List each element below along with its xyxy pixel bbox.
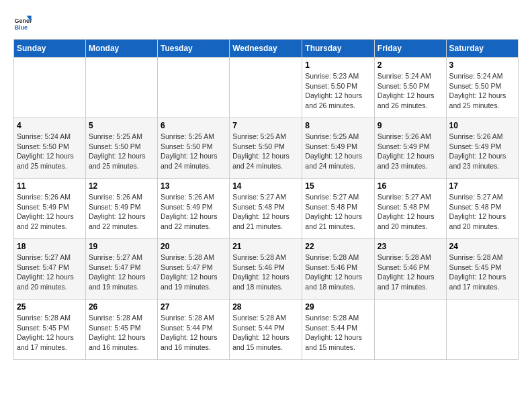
- weekday-header-friday: Friday: [374, 40, 446, 58]
- day-info: Sunrise: 5:26 AM Sunset: 5:49 PM Dayligh…: [449, 132, 515, 171]
- calendar-cell: [157, 58, 229, 118]
- day-number: 9: [378, 121, 443, 130]
- weekday-header-thursday: Thursday: [302, 40, 375, 58]
- day-number: 17: [449, 181, 515, 191]
- day-info: Sunrise: 5:25 AM Sunset: 5:50 PM Dayligh…: [232, 132, 299, 171]
- day-number: 27: [161, 302, 226, 312]
- calendar-cell: 23Sunrise: 5:28 AM Sunset: 5:46 PM Dayli…: [374, 239, 446, 300]
- calendar-cell: 17Sunrise: 5:27 AM Sunset: 5:48 PM Dayli…: [446, 179, 518, 239]
- day-number: 19: [89, 242, 154, 251]
- day-info: Sunrise: 5:24 AM Sunset: 5:50 PM Dayligh…: [17, 132, 83, 171]
- svg-text:Blue: Blue: [14, 24, 28, 31]
- calendar-week-1: 1Sunrise: 5:23 AM Sunset: 5:50 PM Daylig…: [14, 58, 519, 118]
- logo-icon: General Blue: [13, 13, 32, 32]
- calendar-cell: 4Sunrise: 5:24 AM Sunset: 5:50 PM Daylig…: [14, 118, 86, 179]
- day-number: 23: [378, 242, 443, 251]
- day-number: 13: [161, 181, 226, 191]
- day-info: Sunrise: 5:28 AM Sunset: 5:47 PM Dayligh…: [161, 253, 226, 292]
- day-number: 25: [17, 302, 83, 312]
- calendar-cell: 7Sunrise: 5:25 AM Sunset: 5:50 PM Daylig…: [230, 118, 302, 179]
- calendar-week-4: 18Sunrise: 5:27 AM Sunset: 5:47 PM Dayli…: [14, 239, 519, 300]
- day-info: Sunrise: 5:25 AM Sunset: 5:50 PM Dayligh…: [161, 132, 226, 171]
- weekday-header-saturday: Saturday: [446, 40, 518, 58]
- day-info: Sunrise: 5:28 AM Sunset: 5:45 PM Dayligh…: [449, 253, 515, 292]
- day-info: Sunrise: 5:27 AM Sunset: 5:48 PM Dayligh…: [449, 192, 515, 232]
- day-number: 7: [232, 121, 299, 130]
- page-header: General Blue: [13, 13, 519, 32]
- day-number: 20: [161, 242, 226, 251]
- day-number: 14: [232, 181, 299, 191]
- day-number: 10: [449, 121, 515, 130]
- calendar-cell: 2Sunrise: 5:24 AM Sunset: 5:50 PM Daylig…: [374, 58, 446, 118]
- calendar-cell: [374, 300, 446, 360]
- calendar-cell: 27Sunrise: 5:28 AM Sunset: 5:44 PM Dayli…: [157, 300, 229, 360]
- day-number: 28: [232, 302, 299, 312]
- calendar-cell: 6Sunrise: 5:25 AM Sunset: 5:50 PM Daylig…: [157, 118, 229, 179]
- day-number: 11: [17, 181, 83, 191]
- calendar-cell: 9Sunrise: 5:26 AM Sunset: 5:49 PM Daylig…: [374, 118, 446, 179]
- calendar-cell: 1Sunrise: 5:23 AM Sunset: 5:50 PM Daylig…: [302, 58, 375, 118]
- day-info: Sunrise: 5:26 AM Sunset: 5:49 PM Dayligh…: [161, 192, 226, 232]
- day-number: 1: [305, 60, 371, 70]
- day-info: Sunrise: 5:25 AM Sunset: 5:50 PM Dayligh…: [89, 132, 154, 171]
- day-info: Sunrise: 5:28 AM Sunset: 5:44 PM Dayligh…: [305, 313, 371, 353]
- calendar-cell: 21Sunrise: 5:28 AM Sunset: 5:46 PM Dayli…: [230, 239, 302, 300]
- day-info: Sunrise: 5:28 AM Sunset: 5:44 PM Dayligh…: [161, 313, 226, 353]
- calendar-cell: 16Sunrise: 5:27 AM Sunset: 5:48 PM Dayli…: [374, 179, 446, 239]
- day-info: Sunrise: 5:24 AM Sunset: 5:50 PM Dayligh…: [378, 71, 443, 111]
- day-info: Sunrise: 5:28 AM Sunset: 5:45 PM Dayligh…: [17, 313, 83, 353]
- day-number: 22: [305, 242, 371, 251]
- calendar-cell: [230, 58, 302, 118]
- weekday-header-sunday: Sunday: [14, 40, 86, 58]
- calendar-cell: 25Sunrise: 5:28 AM Sunset: 5:45 PM Dayli…: [14, 300, 86, 360]
- day-info: Sunrise: 5:27 AM Sunset: 5:47 PM Dayligh…: [89, 253, 154, 292]
- day-number: 8: [305, 121, 371, 130]
- day-info: Sunrise: 5:24 AM Sunset: 5:50 PM Dayligh…: [449, 71, 515, 111]
- calendar-cell: 22Sunrise: 5:28 AM Sunset: 5:46 PM Dayli…: [302, 239, 375, 300]
- day-info: Sunrise: 5:26 AM Sunset: 5:49 PM Dayligh…: [17, 192, 83, 232]
- day-number: 16: [378, 181, 443, 191]
- day-number: 2: [378, 60, 443, 70]
- calendar-cell: 29Sunrise: 5:28 AM Sunset: 5:44 PM Dayli…: [302, 300, 375, 360]
- calendar-cell: [446, 300, 518, 360]
- calendar-cell: 10Sunrise: 5:26 AM Sunset: 5:49 PM Dayli…: [446, 118, 518, 179]
- logo: General Blue: [13, 13, 35, 32]
- day-number: 26: [89, 302, 154, 312]
- day-info: Sunrise: 5:25 AM Sunset: 5:49 PM Dayligh…: [305, 132, 371, 171]
- calendar-cell: 3Sunrise: 5:24 AM Sunset: 5:50 PM Daylig…: [446, 58, 518, 118]
- day-info: Sunrise: 5:27 AM Sunset: 5:48 PM Dayligh…: [232, 192, 299, 232]
- calendar-cell: [14, 58, 86, 118]
- calendar-week-3: 11Sunrise: 5:26 AM Sunset: 5:49 PM Dayli…: [14, 179, 519, 239]
- day-info: Sunrise: 5:26 AM Sunset: 5:49 PM Dayligh…: [378, 132, 443, 171]
- calendar-table: SundayMondayTuesdayWednesdayThursdayFrid…: [13, 39, 519, 360]
- day-number: 4: [17, 121, 83, 130]
- calendar-cell: 26Sunrise: 5:28 AM Sunset: 5:45 PM Dayli…: [85, 300, 157, 360]
- calendar-cell: 24Sunrise: 5:28 AM Sunset: 5:45 PM Dayli…: [446, 239, 518, 300]
- day-info: Sunrise: 5:28 AM Sunset: 5:44 PM Dayligh…: [232, 313, 299, 353]
- day-info: Sunrise: 5:27 AM Sunset: 5:48 PM Dayligh…: [378, 192, 443, 232]
- calendar-cell: 15Sunrise: 5:27 AM Sunset: 5:48 PM Dayli…: [302, 179, 375, 239]
- day-info: Sunrise: 5:28 AM Sunset: 5:46 PM Dayligh…: [305, 253, 371, 292]
- day-info: Sunrise: 5:23 AM Sunset: 5:50 PM Dayligh…: [305, 71, 371, 111]
- day-number: 29: [305, 302, 371, 312]
- calendar-cell: 12Sunrise: 5:26 AM Sunset: 5:49 PM Dayli…: [85, 179, 157, 239]
- calendar-cell: 19Sunrise: 5:27 AM Sunset: 5:47 PM Dayli…: [85, 239, 157, 300]
- weekday-header-monday: Monday: [85, 40, 157, 58]
- day-info: Sunrise: 5:27 AM Sunset: 5:48 PM Dayligh…: [305, 192, 371, 232]
- day-info: Sunrise: 5:28 AM Sunset: 5:46 PM Dayligh…: [378, 253, 443, 292]
- day-number: 21: [232, 242, 299, 251]
- calendar-cell: 5Sunrise: 5:25 AM Sunset: 5:50 PM Daylig…: [85, 118, 157, 179]
- day-number: 24: [449, 242, 515, 251]
- calendar-cell: 13Sunrise: 5:26 AM Sunset: 5:49 PM Dayli…: [157, 179, 229, 239]
- day-info: Sunrise: 5:26 AM Sunset: 5:49 PM Dayligh…: [89, 192, 154, 232]
- day-number: 3: [449, 60, 515, 70]
- day-number: 18: [17, 242, 83, 251]
- calendar-week-5: 25Sunrise: 5:28 AM Sunset: 5:45 PM Dayli…: [14, 300, 519, 360]
- day-number: 6: [161, 121, 226, 130]
- calendar-week-2: 4Sunrise: 5:24 AM Sunset: 5:50 PM Daylig…: [14, 118, 519, 179]
- day-number: 5: [89, 121, 154, 130]
- day-number: 15: [305, 181, 371, 191]
- calendar-cell: 20Sunrise: 5:28 AM Sunset: 5:47 PM Dayli…: [157, 239, 229, 300]
- calendar-cell: 18Sunrise: 5:27 AM Sunset: 5:47 PM Dayli…: [14, 239, 86, 300]
- weekday-header-wednesday: Wednesday: [230, 40, 302, 58]
